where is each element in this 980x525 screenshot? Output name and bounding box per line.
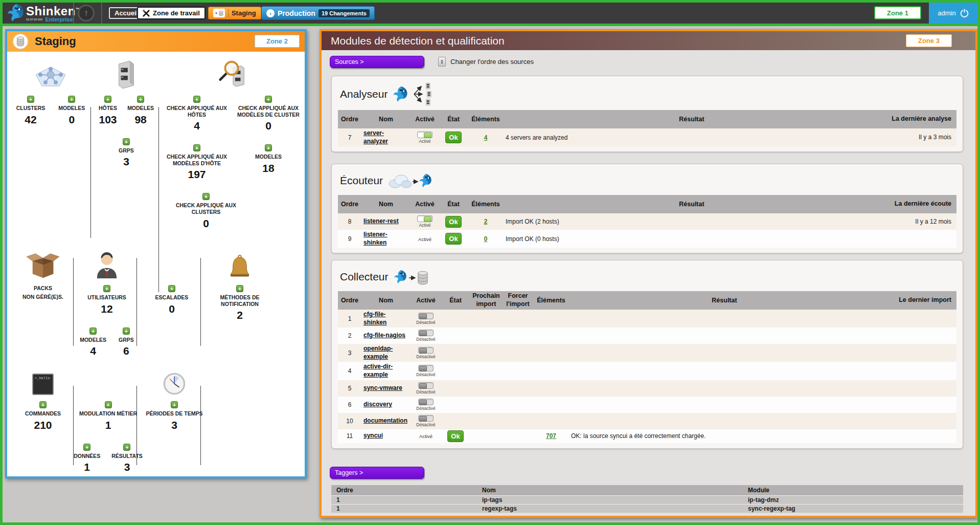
- shinken-logo[interactable]: Shinken™ 02.07.00-002 Enterprise: [7, 3, 80, 23]
- active-state-text: Activé: [418, 236, 431, 242]
- stat-clusters: + CLUSTERS 42: [16, 96, 45, 126]
- analyze-servers-icon: [413, 82, 442, 106]
- staging-selector-button[interactable]: ▼ Staging: [208, 7, 261, 19]
- add-user-button[interactable]: +: [103, 285, 110, 292]
- add-result-button[interactable]: +: [123, 444, 130, 451]
- active-toggle[interactable]: [418, 415, 434, 422]
- status-badge: Ok: [445, 233, 461, 245]
- collecteur-title: Collecteur: [340, 271, 389, 283]
- zone-de-travail-button[interactable]: Zone de travail: [137, 7, 206, 19]
- terminal-icon: >_hello: [32, 362, 54, 395]
- caret-down-icon: ▼: [215, 12, 218, 15]
- add-user-group-button[interactable]: +: [123, 327, 130, 335]
- table-row: 2 cfg-file-nagios Désactivé: [338, 327, 956, 344]
- add-user-model-button[interactable]: +: [89, 327, 97, 335]
- add-data-button[interactable]: +: [83, 444, 90, 451]
- active-toggle[interactable]: [418, 399, 434, 405]
- add-cluster-button[interactable]: +: [27, 96, 34, 103]
- stat-user-modeles: + MODELES 4: [80, 327, 106, 358]
- source-link[interactable]: openldap-example: [363, 345, 408, 361]
- ecouteur-card: Écouteur Ordre Nom Activé État Éléments …: [331, 164, 963, 253]
- active-toggle[interactable]: [418, 347, 434, 354]
- elements-link[interactable]: 707: [546, 432, 556, 440]
- active-toggle[interactable]: [417, 215, 432, 222]
- active-toggle[interactable]: [418, 382, 434, 389]
- zone1-button[interactable]: Zone 1: [874, 6, 921, 19]
- brand-name: Shinken™: [26, 4, 80, 18]
- source-link[interactable]: listener-rest: [363, 217, 399, 226]
- source-link[interactable]: listener-shinken: [363, 231, 408, 247]
- zone3-button[interactable]: Zone 3: [906, 34, 952, 47]
- ordre-value: 7: [338, 133, 361, 142]
- source-link[interactable]: sync-vmware: [363, 384, 402, 392]
- users-group: + UTILISATEURS 12 + MODELES 4 + GRPS 6: [76, 246, 138, 357]
- divider: [101, 3, 102, 24]
- table-row[interactable]: 1 ip-tags ip-tag-dmz: [331, 495, 963, 504]
- add-check-host-model-button[interactable]: +: [193, 144, 200, 151]
- staging-dropdown[interactable]: ▼: [213, 9, 225, 17]
- last-run: Il y a 3 mois: [880, 133, 956, 142]
- sort-arrows-icon[interactable]: ▲▼: [438, 57, 446, 67]
- production-button[interactable]: › Production 19 Changements: [261, 6, 375, 20]
- elements-link[interactable]: 4: [484, 134, 488, 141]
- add-check-cluster-button[interactable]: +: [202, 193, 210, 200]
- active-toggle[interactable]: [418, 330, 434, 336]
- elements-link[interactable]: 0: [484, 235, 488, 243]
- add-host-model-button[interactable]: +: [137, 96, 144, 103]
- database-icon: [219, 10, 223, 16]
- taggers-button[interactable]: Taggers >: [330, 467, 424, 479]
- scroll-top-button[interactable]: ↑: [78, 5, 95, 21]
- status-badge: Ok: [445, 216, 461, 228]
- up-arrow-icon: ↑: [84, 8, 88, 18]
- zone2-button[interactable]: Zone 2: [255, 35, 300, 48]
- sources-button[interactable]: Sources >: [330, 56, 424, 68]
- modules-panel-header: Modules de détection et qualification Zo…: [322, 31, 975, 50]
- source-link[interactable]: cfg-file-shinken: [363, 311, 408, 326]
- add-modulation-button[interactable]: +: [105, 401, 112, 408]
- bell-icon: [229, 246, 250, 279]
- app-window: Shinken™ 02.07.00-002 Enterprise ↑ Accue…: [0, 0, 980, 525]
- add-escalade-button[interactable]: +: [168, 285, 175, 292]
- server-icon: [115, 57, 138, 90]
- divider: [73, 3, 74, 24]
- source-link[interactable]: server-analyzer: [363, 129, 408, 145]
- stat-check-clusters: + CHECK APPLIQUÉ AUX CLUSTERS 0: [172, 193, 240, 229]
- stat-modeles18: + MODELES 18: [235, 144, 302, 181]
- changes-count-badge: 19 Changements: [318, 9, 370, 17]
- add-host-button[interactable]: +: [104, 96, 111, 103]
- add-check-model-button[interactable]: +: [265, 144, 272, 151]
- wrench-icon: [143, 10, 150, 17]
- source-link[interactable]: documentation: [363, 417, 407, 425]
- table-row[interactable]: 1 regexp-tags sync-regexp-tag: [331, 504, 963, 513]
- stat-methodes-notification: + MÉTHODES DE NOTIFICATION 2: [215, 285, 264, 321]
- divider: [73, 258, 74, 346]
- ecouteur-table-header: Ordre Nom Activé État Éléments Résultat …: [338, 195, 956, 213]
- source-link[interactable]: syncui: [363, 432, 383, 440]
- elements-link[interactable]: 2: [484, 218, 488, 225]
- staging-panel: Staging Zone 2 +: [5, 29, 307, 478]
- active-toggle[interactable]: [418, 365, 434, 371]
- add-timeperiod-button[interactable]: +: [171, 401, 178, 408]
- active-toggle[interactable]: [418, 313, 434, 319]
- source-link[interactable]: cfg-file-nagios: [363, 332, 405, 340]
- table-row: 8 listener-rest Activé Ok 2 Import OK (2…: [338, 213, 956, 230]
- add-check-cluster-model-button[interactable]: +: [265, 96, 272, 103]
- stat-hotes: + HÔTES 103: [99, 96, 117, 126]
- source-link[interactable]: active-dir-example: [363, 363, 408, 379]
- collecteur-table-header: Ordre Nom Activé État Prochain import Fo…: [338, 291, 956, 310]
- admin-menu[interactable]: admin: [929, 3, 977, 24]
- add-group-button[interactable]: +: [123, 138, 130, 145]
- add-cluster-model-button[interactable]: +: [68, 96, 75, 103]
- shinken-bird-icon: [7, 3, 24, 23]
- add-check-host-button[interactable]: +: [193, 96, 200, 103]
- active-toggle[interactable]: [417, 132, 432, 138]
- checks-group: + CHECK APPLIQUÉ AUX HÔTES 4 + CHECK APP…: [163, 57, 302, 230]
- modules-panel: Modules de détection et qualification Zo…: [320, 29, 977, 518]
- go-arrow-icon: ›: [266, 9, 275, 17]
- add-command-button[interactable]: +: [39, 401, 47, 408]
- source-link[interactable]: discovery: [363, 401, 392, 409]
- taggers-table: Ordre Nom Module 1 ip-tags ip-tag-dmz 1 …: [331, 485, 963, 513]
- modules-panel-title: Modules de détection et qualification: [331, 35, 505, 47]
- cloud-to-shinken-icon: [388, 170, 433, 191]
- add-notification-method-button[interactable]: +: [236, 285, 243, 292]
